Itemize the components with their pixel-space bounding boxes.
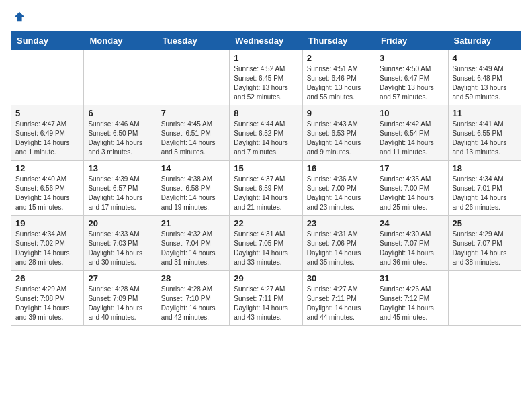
day-detail: Sunrise: 4:34 AM Sunset: 7:02 PM Dayligh… xyxy=(15,230,79,267)
calendar-week-row: 1Sunrise: 4:52 AM Sunset: 6:45 PM Daylig… xyxy=(11,50,521,105)
day-number: 23 xyxy=(307,218,371,228)
day-detail: Sunrise: 4:30 AM Sunset: 7:07 PM Dayligh… xyxy=(380,230,443,267)
day-detail: Sunrise: 4:46 AM Sunset: 6:50 PM Dayligh… xyxy=(88,120,152,157)
day-number: 22 xyxy=(234,218,298,228)
day-number: 29 xyxy=(234,273,298,283)
day-detail: Sunrise: 4:32 AM Sunset: 7:04 PM Dayligh… xyxy=(161,230,225,267)
calendar-cell: 25Sunrise: 4:29 AM Sunset: 7:07 PM Dayli… xyxy=(448,216,521,271)
day-number: 10 xyxy=(380,108,443,118)
day-detail: Sunrise: 4:45 AM Sunset: 6:51 PM Dayligh… xyxy=(161,120,225,157)
calendar-cell: 7Sunrise: 4:45 AM Sunset: 6:51 PM Daylig… xyxy=(157,105,229,161)
day-detail: Sunrise: 4:37 AM Sunset: 6:59 PM Dayligh… xyxy=(234,175,298,212)
calendar-cell: 24Sunrise: 4:30 AM Sunset: 7:07 PM Dayli… xyxy=(375,216,448,271)
calendar-cell: 13Sunrise: 4:39 AM Sunset: 6:57 PM Dayli… xyxy=(84,161,157,216)
day-number: 15 xyxy=(234,163,298,173)
day-number: 26 xyxy=(15,273,79,283)
calendar-cell: 5Sunrise: 4:47 AM Sunset: 6:49 PM Daylig… xyxy=(11,105,84,161)
calendar-cell: 23Sunrise: 4:31 AM Sunset: 7:06 PM Dayli… xyxy=(302,216,375,271)
day-detail: Sunrise: 4:38 AM Sunset: 6:58 PM Dayligh… xyxy=(161,175,225,212)
calendar-week-row: 19Sunrise: 4:34 AM Sunset: 7:02 PM Dayli… xyxy=(11,216,521,271)
day-detail: Sunrise: 4:29 AM Sunset: 7:07 PM Dayligh… xyxy=(453,230,517,267)
weekday-header: Friday xyxy=(375,32,448,50)
weekday-header: Thursday xyxy=(302,32,375,50)
calendar-week-row: 26Sunrise: 4:29 AM Sunset: 7:08 PM Dayli… xyxy=(11,271,521,326)
calendar-cell: 21Sunrise: 4:32 AM Sunset: 7:04 PM Dayli… xyxy=(157,216,229,271)
day-detail: Sunrise: 4:40 AM Sunset: 6:56 PM Dayligh… xyxy=(15,175,79,212)
calendar-cell: 31Sunrise: 4:26 AM Sunset: 7:12 PM Dayli… xyxy=(375,271,448,326)
day-detail: Sunrise: 4:31 AM Sunset: 7:06 PM Dayligh… xyxy=(307,230,371,267)
day-detail: Sunrise: 4:52 AM Sunset: 6:45 PM Dayligh… xyxy=(234,64,298,102)
calendar-cell: 11Sunrise: 4:41 AM Sunset: 6:55 PM Dayli… xyxy=(448,105,521,161)
calendar-cell: 28Sunrise: 4:28 AM Sunset: 7:10 PM Dayli… xyxy=(157,271,229,326)
calendar-cell: 4Sunrise: 4:49 AM Sunset: 6:48 PM Daylig… xyxy=(448,50,521,105)
calendar-cell: 8Sunrise: 4:44 AM Sunset: 6:52 PM Daylig… xyxy=(230,105,302,161)
day-number: 4 xyxy=(453,53,517,63)
day-detail: Sunrise: 4:28 AM Sunset: 7:10 PM Dayligh… xyxy=(161,285,225,322)
calendar-cell: 26Sunrise: 4:29 AM Sunset: 7:08 PM Dayli… xyxy=(11,271,84,326)
calendar-cell: 14Sunrise: 4:38 AM Sunset: 6:58 PM Dayli… xyxy=(157,161,229,216)
day-detail: Sunrise: 4:26 AM Sunset: 7:12 PM Dayligh… xyxy=(380,285,443,322)
weekday-header: Monday xyxy=(84,32,157,50)
calendar-cell: 30Sunrise: 4:27 AM Sunset: 7:11 PM Dayli… xyxy=(302,271,375,326)
calendar-cell: 29Sunrise: 4:27 AM Sunset: 7:11 PM Dayli… xyxy=(230,271,302,326)
calendar-cell: 9Sunrise: 4:43 AM Sunset: 6:53 PM Daylig… xyxy=(302,105,375,161)
day-number: 17 xyxy=(380,163,443,173)
calendar-cell: 17Sunrise: 4:35 AM Sunset: 7:00 PM Dayli… xyxy=(375,161,448,216)
day-number: 27 xyxy=(88,273,152,283)
logo xyxy=(11,11,26,23)
calendar-cell: 10Sunrise: 4:42 AM Sunset: 6:54 PM Dayli… xyxy=(375,105,448,161)
calendar-cell: 12Sunrise: 4:40 AM Sunset: 6:56 PM Dayli… xyxy=(11,161,84,216)
day-detail: Sunrise: 4:44 AM Sunset: 6:52 PM Dayligh… xyxy=(234,120,298,157)
day-detail: Sunrise: 4:35 AM Sunset: 7:00 PM Dayligh… xyxy=(380,175,443,212)
day-number: 7 xyxy=(161,108,225,118)
day-number: 28 xyxy=(161,273,225,283)
day-number: 30 xyxy=(307,273,371,283)
calendar-cell: 3Sunrise: 4:50 AM Sunset: 6:47 PM Daylig… xyxy=(375,50,448,105)
calendar-table: SundayMondayTuesdayWednesdayThursdayFrid… xyxy=(11,31,521,326)
day-number: 2 xyxy=(307,53,371,63)
day-number: 25 xyxy=(453,218,517,228)
day-detail: Sunrise: 4:43 AM Sunset: 6:53 PM Dayligh… xyxy=(307,120,371,157)
day-detail: Sunrise: 4:31 AM Sunset: 7:05 PM Dayligh… xyxy=(234,230,298,267)
day-number: 11 xyxy=(453,108,517,118)
logo-icon xyxy=(13,11,26,23)
day-detail: Sunrise: 4:47 AM Sunset: 6:49 PM Dayligh… xyxy=(15,120,79,157)
calendar-cell: 27Sunrise: 4:28 AM Sunset: 7:09 PM Dayli… xyxy=(84,271,157,326)
day-number: 14 xyxy=(161,163,225,173)
day-number: 16 xyxy=(307,163,371,173)
day-number: 8 xyxy=(234,108,298,118)
day-detail: Sunrise: 4:33 AM Sunset: 7:03 PM Dayligh… xyxy=(88,230,152,267)
day-number: 9 xyxy=(307,108,371,118)
calendar-cell xyxy=(448,271,521,326)
day-number: 3 xyxy=(380,53,443,63)
day-detail: Sunrise: 4:29 AM Sunset: 7:08 PM Dayligh… xyxy=(15,285,79,322)
day-number: 5 xyxy=(15,108,79,118)
day-detail: Sunrise: 4:36 AM Sunset: 7:00 PM Dayligh… xyxy=(307,175,371,212)
day-number: 31 xyxy=(380,273,443,283)
weekday-header: Wednesday xyxy=(230,32,302,50)
weekday-header: Saturday xyxy=(448,32,521,50)
day-detail: Sunrise: 4:39 AM Sunset: 6:57 PM Dayligh… xyxy=(88,175,152,212)
day-detail: Sunrise: 4:34 AM Sunset: 7:01 PM Dayligh… xyxy=(453,175,517,212)
weekday-header: Sunday xyxy=(11,32,84,50)
calendar-cell: 22Sunrise: 4:31 AM Sunset: 7:05 PM Dayli… xyxy=(230,216,302,271)
page-header xyxy=(11,11,521,23)
calendar-cell: 20Sunrise: 4:33 AM Sunset: 7:03 PM Dayli… xyxy=(84,216,157,271)
day-number: 1 xyxy=(234,53,298,63)
calendar-cell: 15Sunrise: 4:37 AM Sunset: 6:59 PM Dayli… xyxy=(230,161,302,216)
day-detail: Sunrise: 4:27 AM Sunset: 7:11 PM Dayligh… xyxy=(307,285,371,322)
calendar-week-row: 12Sunrise: 4:40 AM Sunset: 6:56 PM Dayli… xyxy=(11,161,521,216)
calendar-cell: 6Sunrise: 4:46 AM Sunset: 6:50 PM Daylig… xyxy=(84,105,157,161)
calendar-cell: 1Sunrise: 4:52 AM Sunset: 6:45 PM Daylig… xyxy=(230,50,302,105)
calendar-cell: 2Sunrise: 4:51 AM Sunset: 6:46 PM Daylig… xyxy=(302,50,375,105)
day-number: 13 xyxy=(88,163,152,173)
day-number: 19 xyxy=(15,218,79,228)
day-detail: Sunrise: 4:50 AM Sunset: 6:47 PM Dayligh… xyxy=(380,64,443,102)
weekday-header-row: SundayMondayTuesdayWednesdayThursdayFrid… xyxy=(11,32,521,50)
day-detail: Sunrise: 4:49 AM Sunset: 6:48 PM Dayligh… xyxy=(453,64,517,102)
calendar-cell: 16Sunrise: 4:36 AM Sunset: 7:00 PM Dayli… xyxy=(302,161,375,216)
calendar-cell xyxy=(157,50,229,105)
day-number: 18 xyxy=(453,163,517,173)
day-number: 20 xyxy=(88,218,152,228)
svg-marker-0 xyxy=(15,12,24,21)
